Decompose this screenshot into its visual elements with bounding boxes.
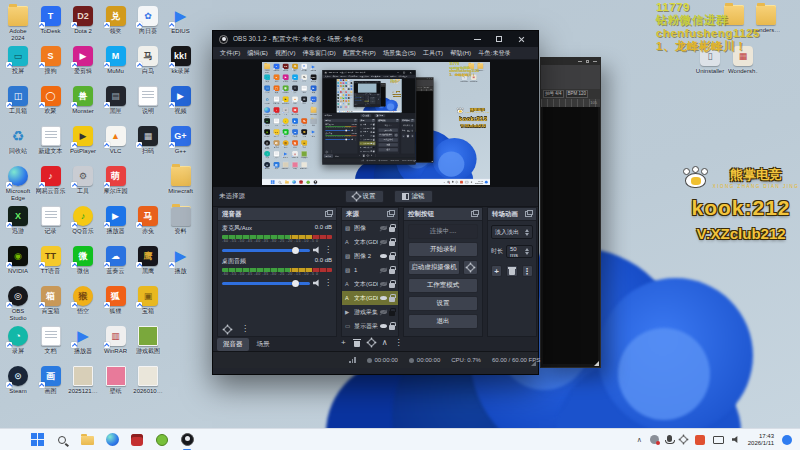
source-row[interactable]: A文本(GDI+) 2 xyxy=(342,277,398,291)
desktop-icon[interactable]: kk!kk录屏 xyxy=(166,46,196,75)
track-menu-icon[interactable]: ⋮ xyxy=(324,246,332,254)
taskbar-obs-running[interactable] xyxy=(180,433,194,447)
maximize-button[interactable] xyxy=(488,32,510,46)
desktop-icon[interactable]: 文档 xyxy=(36,326,66,355)
start-button[interactable] xyxy=(30,433,44,447)
controls-header[interactable]: 控制按钮 xyxy=(404,208,482,221)
desktop-icon[interactable]: Microsoft Edge xyxy=(3,166,33,201)
lock-icon[interactable] xyxy=(389,283,395,288)
menu-item[interactable]: 斗鱼:未登录 xyxy=(478,49,511,58)
source-row[interactable]: A文本(GDI+) 3 xyxy=(342,235,398,249)
speaker-icon[interactable] xyxy=(313,279,321,287)
menu-item[interactable]: 文件(F) xyxy=(220,49,240,58)
virtual-camera-settings-button[interactable] xyxy=(463,260,478,275)
desktop-icon[interactable]: ▣宝箱 xyxy=(133,286,163,315)
desktop-icon[interactable]: ♪网易云音乐 xyxy=(36,166,66,195)
duration-input[interactable]: 50 ms xyxy=(506,245,533,258)
desktop-icon[interactable]: ▶视频 xyxy=(166,86,196,115)
desktop-icon[interactable]: ◯欢聚 xyxy=(36,86,66,115)
desktop-icon[interactable]: 兑领奖 xyxy=(101,6,131,35)
desktop-icon[interactable]: 新建文本 xyxy=(36,126,66,155)
add-source-button[interactable]: + xyxy=(341,338,346,347)
lock-icon[interactable] xyxy=(389,311,395,316)
control-button[interactable]: 设置 xyxy=(408,296,478,311)
display-icon[interactable] xyxy=(713,436,724,444)
desktop-icon[interactable]: ▶播放器 xyxy=(101,206,131,235)
desktop-icon[interactable]: ▤黑匣 xyxy=(101,86,131,115)
desktop-icon[interactable]: 游戏截图 xyxy=(133,326,163,355)
remove-source-button[interactable] xyxy=(353,338,361,347)
menu-item[interactable]: 配置文件(P) xyxy=(343,49,376,58)
desktop-icon[interactable]: Minecraft xyxy=(166,166,196,195)
desktop-icon[interactable]: 箱百宝箱 xyxy=(36,286,66,315)
visibility-eye-icon[interactable] xyxy=(380,282,387,286)
desktop-icon[interactable]: 壁纸 xyxy=(101,366,131,395)
bpm-value[interactable]: BPM 120 xyxy=(566,90,589,98)
transitions-header[interactable]: 转场动画 xyxy=(488,208,536,221)
desktop-icon[interactable]: MMuMu xyxy=(101,46,131,75)
lock-icon[interactable] xyxy=(389,297,395,302)
volume-icon[interactable] xyxy=(732,436,740,444)
tab-mixer[interactable]: 混音器 xyxy=(217,338,249,351)
desktop-icon[interactable]: ▦扫码 xyxy=(133,126,163,155)
source-filters-button[interactable]: 滤镜 xyxy=(394,190,433,203)
menu-item[interactable]: 停靠窗口(D) xyxy=(303,49,336,58)
desktop-icon[interactable]: TTTT语音 xyxy=(36,246,66,275)
add-transition-button[interactable]: + xyxy=(491,265,502,277)
popout-icon[interactable] xyxy=(525,211,532,217)
mixer-header[interactable]: 混音器 xyxy=(218,208,336,221)
desktop-icon[interactable]: 2025121… xyxy=(68,366,98,395)
desktop-icon[interactable]: ▲VLC xyxy=(101,126,131,155)
menu-item[interactable]: 视图(V) xyxy=(275,49,296,58)
desktop-icon[interactable]: G+G++ xyxy=(166,126,196,155)
obs-titlebar[interactable]: OBS 30.1.2 - 配置文件: 未命名 - 场景: 未命名 xyxy=(213,31,538,47)
desktop-icon[interactable]: ▶播放器 xyxy=(68,326,98,355)
visibility-eye-icon[interactable] xyxy=(380,324,387,328)
desktop-icon[interactable]: 鹰黑鹰 xyxy=(133,246,163,275)
desktop-icon[interactable]: X迅游 xyxy=(3,206,33,235)
visibility-eye-icon[interactable] xyxy=(380,240,387,244)
transition-menu-button[interactable]: ⋮ xyxy=(522,265,533,277)
search-button[interactable] xyxy=(55,433,69,447)
source-settings-button[interactable] xyxy=(368,339,375,346)
sources-header[interactable]: 来源 xyxy=(342,208,398,221)
file-explorer-button[interactable] xyxy=(80,433,94,447)
notification-badge[interactable] xyxy=(782,435,792,445)
desktop-icon[interactable]: ◫工具箱 xyxy=(3,86,33,115)
desktop-icon[interactable]: ▥WinRAR xyxy=(101,326,131,355)
desktop-icon[interactable]: ◉NVIDIA xyxy=(3,246,33,275)
taskbar-app-green[interactable] xyxy=(155,433,169,447)
desktop-icon[interactable]: ▶PotPlayer xyxy=(68,126,98,155)
menu-item[interactable]: 场景集合(S) xyxy=(383,49,416,58)
source-row[interactable]: A文本(GDI+) xyxy=(342,291,398,305)
desktop-icon[interactable]: ♻回收站 xyxy=(3,126,33,155)
tray-app-icon[interactable] xyxy=(695,435,705,445)
desktop-icon[interactable]: ✿向日葵 xyxy=(133,6,163,35)
popout-icon[interactable] xyxy=(387,211,394,217)
edge-button[interactable] xyxy=(105,433,119,447)
daw-titlebar[interactable] xyxy=(541,58,600,65)
desktop-icon[interactable]: ◎OBS Studio xyxy=(3,286,33,321)
resize-grip[interactable] xyxy=(531,361,536,366)
desktop-icon[interactable]: 画画图 xyxy=(36,366,66,395)
tray-overflow-chevron[interactable]: ∧ xyxy=(637,436,642,444)
lock-icon[interactable] xyxy=(389,227,395,232)
time-signature[interactable]: 拍号 4/4 xyxy=(543,90,564,98)
source-row[interactable]: ▨图像 xyxy=(342,221,398,235)
move-source-up-button[interactable]: ∧ xyxy=(382,338,388,347)
control-button[interactable]: 工作室模式 xyxy=(408,278,478,293)
visibility-eye-icon[interactable] xyxy=(380,268,387,272)
source-row[interactable]: ▨图像 2 xyxy=(342,249,398,263)
desktop-icon[interactable]: ⊙Steam xyxy=(3,366,33,395)
microphone-icon[interactable] xyxy=(667,435,672,442)
desktop-icon[interactable]: 说明 xyxy=(133,86,163,115)
tab-scenes[interactable]: 场景 xyxy=(251,338,276,351)
menu-item[interactable]: 工具(T) xyxy=(423,49,443,58)
source-properties-button[interactable]: 设置 xyxy=(345,190,384,203)
source-row[interactable]: ▭显示器采集 xyxy=(342,319,398,333)
lock-icon[interactable] xyxy=(389,269,395,274)
volume-slider[interactable] xyxy=(222,249,310,252)
preview-area[interactable]: Adobe 2024TToDeskD2Dota 2兑领奖✿向日葵▶EDIUS▭投… xyxy=(213,60,538,187)
speaker-icon[interactable] xyxy=(313,246,321,254)
lock-icon[interactable] xyxy=(389,255,395,260)
